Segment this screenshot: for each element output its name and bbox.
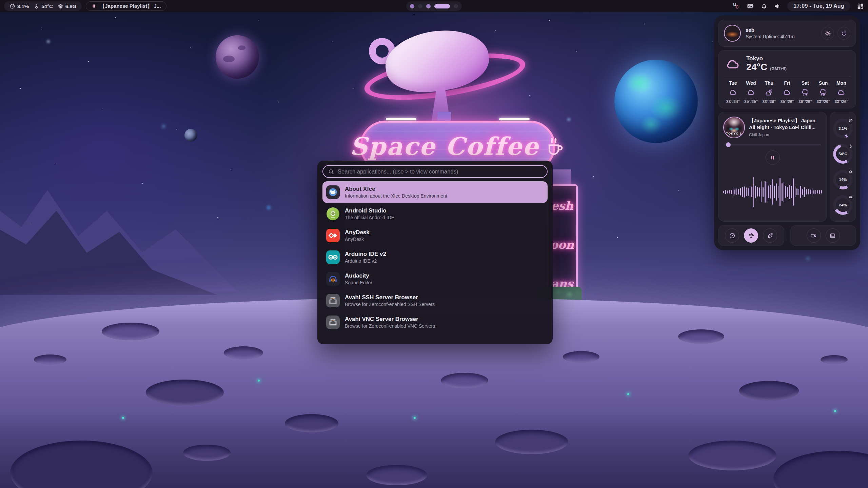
crater xyxy=(441,373,488,388)
crater xyxy=(102,323,159,340)
settings-button[interactable] xyxy=(821,27,834,40)
forecast-day: Sun 33°/26° xyxy=(814,80,832,104)
sign-light xyxy=(499,118,530,120)
app-item-arduino[interactable]: Arduino IDE v2 Arduino IDE v2 xyxy=(322,246,548,268)
app-item-about-xfce[interactable]: About Xfce Information about the Xfce De… xyxy=(322,181,548,203)
now-playing-pill[interactable]: 【Japanese Playlist】 J... xyxy=(86,1,166,11)
crater xyxy=(224,346,263,359)
weather-temperature: 24°C xyxy=(746,62,767,73)
glow-dot xyxy=(414,417,416,419)
arduino-icon xyxy=(326,250,340,264)
audio-visualizer xyxy=(723,167,822,217)
play-pause-button[interactable] xyxy=(766,150,780,165)
crater xyxy=(678,329,724,344)
memory-value: 6.8G xyxy=(65,3,77,9)
search-input[interactable] xyxy=(338,168,542,175)
app-item-anydesk[interactable]: AnyDesk AnyDesk xyxy=(322,225,548,246)
user-card: seb System Uptime: 4h11m xyxy=(718,20,856,47)
crater xyxy=(34,354,66,365)
system-uptime: System Uptime: 4h11m xyxy=(746,34,794,39)
pause-icon xyxy=(92,4,96,8)
cloud-icon xyxy=(783,88,791,97)
cpu-gauge: 3.1% xyxy=(833,119,853,138)
power-saver-mode-button[interactable] xyxy=(763,228,777,243)
neon-sign-text: Space Coffee xyxy=(350,132,539,161)
crater xyxy=(739,381,799,401)
temperature-gauge: 54°C xyxy=(833,144,853,164)
bell-icon[interactable] xyxy=(760,2,768,10)
seek-thumb[interactable] xyxy=(726,142,731,147)
workspace-dot-1[interactable] xyxy=(410,4,414,8)
performance-mode-button[interactable] xyxy=(725,228,739,243)
screenshot-button[interactable] xyxy=(826,228,840,243)
power-icon xyxy=(841,30,847,37)
crater xyxy=(688,441,776,470)
gauge-icon xyxy=(729,232,735,239)
crater xyxy=(285,414,338,432)
user-name: seb xyxy=(746,27,794,33)
app-item-avahi-ssh[interactable]: Avahi SSH Server Browser Browse for Zero… xyxy=(322,290,548,311)
app-description: Information about the Xfce Desktop Envir… xyxy=(345,193,447,199)
desktop: esh oon ans Space Coffee xyxy=(0,0,868,488)
network-port-icon xyxy=(326,294,340,307)
glow-dot xyxy=(834,410,836,412)
purple-planet xyxy=(216,35,259,79)
app-name: Avahi VNC Server Browser xyxy=(345,316,435,323)
pause-icon xyxy=(770,155,775,160)
app-item-android-studio[interactable]: Android Studio The official Android IDE xyxy=(322,203,548,225)
video-camera-icon xyxy=(810,232,817,239)
quick-actions-row xyxy=(718,225,856,246)
app-name: Android Studio xyxy=(345,207,394,214)
disk-icon xyxy=(849,195,853,199)
steaming-cup-icon xyxy=(544,135,566,157)
app-name: AnyDesk xyxy=(345,229,370,236)
avatar[interactable] xyxy=(724,25,741,42)
glow-dot xyxy=(122,417,124,419)
search-bar[interactable] xyxy=(322,165,548,178)
disk-gauge: 24% xyxy=(833,195,853,215)
top-bar-right: UC 17:09 - Tue, 19 Aug xyxy=(733,1,864,11)
forecast-day: Thu 33°/26° xyxy=(760,80,778,104)
screenshot-icon[interactable] xyxy=(747,2,754,10)
workspace-dot-4[interactable] xyxy=(434,4,450,8)
crater xyxy=(821,355,848,364)
weather-city: Tokyo xyxy=(746,55,787,62)
app-name: Audacity xyxy=(345,272,372,279)
image-icon xyxy=(829,232,836,239)
crater xyxy=(183,445,231,461)
app-description: Sound Editor xyxy=(345,280,372,286)
capture-card xyxy=(790,225,856,246)
app-item-audacity[interactable]: Audacity Sound Editor xyxy=(322,268,548,290)
album-art-text: TOKYO L xyxy=(724,132,744,135)
workspace-indicator xyxy=(406,1,462,11)
forecast-day: Tue 33°/24° xyxy=(724,80,742,104)
weather-timezone: (GMT+9) xyxy=(770,66,786,71)
app-grid-icon[interactable] xyxy=(856,2,864,10)
chip-icon xyxy=(849,170,853,174)
app-description: The official Android IDE xyxy=(345,215,394,221)
uc-tray-icon[interactable]: UC xyxy=(733,2,741,10)
album-art[interactable]: TOKYO L xyxy=(723,117,745,138)
workspace-dot-2[interactable] xyxy=(418,4,422,8)
anydesk-icon xyxy=(326,229,340,242)
crater xyxy=(563,351,599,363)
workspace-dot-5[interactable] xyxy=(454,4,458,8)
weather-card: Tokyo 24°C (GMT+9) Tue 33°/24° Wed xyxy=(718,50,856,108)
clock[interactable]: 17:09 - Tue, 19 Aug xyxy=(787,1,850,11)
music-player-card: TOKYO L 【Japanese Playlist】 Japan All Ni… xyxy=(718,112,827,222)
earth-planet xyxy=(614,60,698,143)
app-item-avahi-vnc[interactable]: Avahi VNC Server Browser Browse for Zero… xyxy=(322,311,548,333)
cpu-usage-stat: 3.1% xyxy=(9,3,29,9)
cloud-icon xyxy=(837,88,846,97)
window-neon-text: esh xyxy=(551,199,573,212)
small-moon xyxy=(184,129,197,142)
seek-track xyxy=(724,144,821,145)
seek-slider[interactable] xyxy=(724,142,821,147)
volume-icon[interactable] xyxy=(774,2,781,10)
app-list: About Xfce Information about the Xfce De… xyxy=(322,181,548,340)
control-panel: seb System Uptime: 4h11m xyxy=(714,16,860,250)
workspace-dot-3[interactable] xyxy=(426,4,431,8)
balanced-mode-button[interactable] xyxy=(744,228,758,243)
screen-record-button[interactable] xyxy=(807,228,821,243)
power-button[interactable] xyxy=(837,27,850,40)
